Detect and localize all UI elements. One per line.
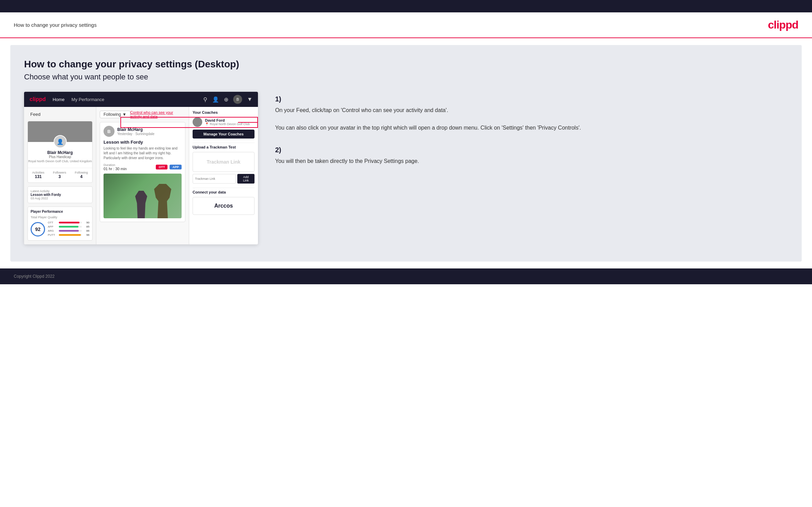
annotation-container: Your Coaches David Ford 📍 Royal North De… [189, 107, 258, 244]
bar-putt-fill [59, 234, 81, 236]
profile-name: Blair McHarg [28, 150, 92, 155]
duration-info: Duration 01 hr : 30 min [104, 163, 127, 171]
bar-app-fill [59, 226, 78, 228]
stat-activities: Activities 131 [32, 171, 44, 179]
feed-user-info: Blair McHarg Yesterday · Sunningdale [117, 127, 154, 136]
coaches-area: Your Coaches David Ford 📍 Royal North De… [193, 110, 255, 139]
golfer-silhouette-1 [154, 184, 171, 218]
bar-arg-label: ARG [48, 229, 57, 232]
app-right-panel: Your Coaches David Ford 📍 Royal North De… [189, 107, 258, 218]
location-icon: 📍 [205, 122, 209, 126]
tag-ott: OTT [156, 165, 167, 169]
pp-title: Player Performance [31, 210, 89, 213]
header: How to change your privacy settings clip… [0, 12, 812, 38]
user-avatar[interactable]: B [233, 95, 242, 104]
chevron-icon: ▼ [122, 112, 127, 117]
tag-app: APP [170, 165, 182, 169]
trackman-input[interactable] [193, 174, 236, 184]
nav-icons: ⚲ 👤 ⊕ B ▼ [203, 95, 252, 104]
profile-club: Royal North Devon Golf Club, United King… [28, 159, 92, 163]
connect-title: Connect your data [193, 190, 255, 194]
bar-app-track [59, 226, 82, 228]
stat-followers-label: Followers [53, 171, 66, 174]
bar-app-val: 85 [83, 225, 89, 228]
page-title: How to change your privacy settings [14, 22, 97, 28]
stat-following-label: Following [75, 171, 88, 174]
following-bar: Following ▼ Control who can see your act… [100, 110, 185, 119]
coach-name: David Ford [205, 118, 250, 122]
latest-activity-date: 03 Aug 2022 [31, 197, 89, 200]
stat-activities-value: 131 [32, 174, 44, 179]
feed-description: Looking to feel like my hands are exitin… [104, 146, 182, 161]
coach-item: David Ford 📍 Royal North Devon Golf Club [193, 117, 255, 127]
coach-club: 📍 Royal North Devon Golf Club [205, 122, 250, 126]
app-sidebar: Feed 👤 Blair McHarg Plus Handicap Royal … [24, 107, 96, 244]
search-icon[interactable]: ⚲ [203, 96, 207, 103]
latest-activity: Latest Activity Lesson with Fordy 03 Aug… [28, 186, 93, 203]
nav-my-performance[interactable]: My Performance [72, 97, 104, 102]
profile-avatar: 👤 [54, 135, 67, 148]
latest-activity-label: Latest Activity [31, 189, 89, 193]
golfer-silhouette-2 [135, 191, 147, 218]
app-mock: clippd Home My Performance ⚲ 👤 ⊕ B ▼ Fee… [24, 92, 258, 244]
stat-following-value: 4 [75, 174, 88, 179]
coach-avatar [193, 117, 202, 127]
feed-image [104, 174, 182, 218]
instructions: 1) On your Feed, click/tap on 'Control w… [272, 92, 788, 179]
feed-meta: Yesterday · Sunningdale [117, 132, 154, 136]
following-label: Following [104, 112, 121, 117]
clippd-logo: clippd [768, 19, 798, 31]
following-button[interactable]: Following ▼ [100, 111, 130, 118]
feed-tab[interactable]: Feed [28, 110, 93, 118]
add-link-button[interactable]: Add Link [237, 174, 255, 184]
instruction-1-text: On your Feed, click/tap on 'Control who … [275, 106, 788, 132]
stat-following: Following 4 [75, 171, 88, 179]
manage-coaches-button[interactable]: Manage Your Coaches [193, 130, 255, 139]
instruction-1: 1) On your Feed, click/tap on 'Control w… [275, 95, 788, 132]
bar-arg-track [59, 230, 82, 232]
instruction-1-num: 1) [275, 95, 788, 103]
coach-club-text: Royal North Devon Golf Club [210, 122, 250, 126]
bar-app-label: APP [48, 225, 57, 228]
trackman-input-row: Add Link [193, 174, 255, 184]
feed-username: Blair McHarg [117, 127, 154, 132]
bar-arg: ARG 86 [48, 229, 89, 232]
duration-value: 01 hr : 30 min [104, 167, 127, 171]
divider-2 [193, 188, 255, 188]
coaches-title: Your Coaches [193, 110, 255, 114]
quality-bars: OTT 90 APP 85 ARG [48, 221, 89, 238]
add-icon[interactable]: ⊕ [224, 96, 228, 103]
stat-followers-value: 3 [53, 174, 66, 179]
profile-stats: Activities 131 Followers 3 Following 4 [28, 168, 92, 179]
arccos-box: Arccos [193, 197, 255, 215]
instruction-2: 2) You will then be taken directly to th… [275, 146, 788, 166]
trackman-section: Upload a Trackman Test Trackman Link Add… [193, 145, 255, 184]
coach-info: David Ford 📍 Royal North Devon Golf Club [205, 118, 250, 126]
tag-row: OTT APP [156, 165, 182, 169]
footer-copyright: Copyright Clippd 2022 [14, 274, 55, 279]
quality-score: 92 [31, 222, 45, 236]
bar-ott: OTT 90 [48, 221, 89, 224]
stat-activities-label: Activities [32, 171, 44, 174]
nav-home[interactable]: Home [53, 97, 65, 102]
profile-card: 👤 Blair McHarg Plus Handicap Royal North… [28, 121, 93, 183]
app-feed: Following ▼ Control who can see your act… [96, 107, 189, 244]
pp-content: 92 OTT 90 APP 85 [31, 221, 89, 238]
chevron-down-icon[interactable]: ▼ [247, 96, 252, 102]
trackman-title: Upload a Trackman Test [193, 145, 255, 149]
duration-label: Duration [104, 163, 127, 167]
latest-activity-name: Lesson with Fordy [31, 193, 89, 197]
page-subheading: Choose what you want people to see [24, 73, 788, 81]
player-performance: Player Performance Total Player Quality … [28, 207, 93, 241]
bar-app: APP 85 [48, 225, 89, 228]
instruction-2-text: You will then be taken directly to the P… [275, 157, 788, 166]
person-icon[interactable]: 👤 [212, 96, 219, 103]
control-link[interactable]: Control who can see your activity and da… [130, 110, 185, 119]
two-col-layout: clippd Home My Performance ⚲ 👤 ⊕ B ▼ Fee… [24, 92, 788, 244]
divider-1 [193, 143, 255, 143]
app-nav: clippd Home My Performance ⚲ 👤 ⊕ B ▼ [24, 92, 258, 107]
stat-followers: Followers 3 [53, 171, 66, 179]
bar-arg-val: 86 [83, 229, 89, 232]
feed-card: B Blair McHarg Yesterday · Sunningdale L… [100, 122, 185, 222]
instruction-2-num: 2) [275, 146, 788, 154]
